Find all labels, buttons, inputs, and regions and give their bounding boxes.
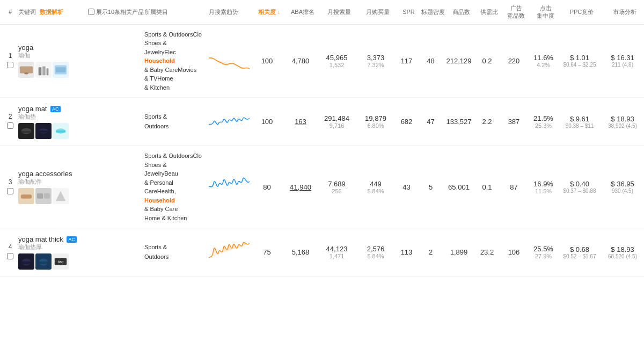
header-ad-products: 广告竞品数	[501, 4, 531, 20]
row-relevance: 100	[250, 57, 284, 65]
header-relevance[interactable]: 相关度 ↓	[252, 8, 287, 16]
svg-text:bag: bag	[58, 259, 64, 264]
product-images	[18, 62, 77, 78]
table-header: # 关键词 数据解析 展示10条相关产品 所属类目 月搜索趋势 相关度 ↓ AB…	[0, 0, 644, 25]
row-monthly-buy: 2,576 5.84%	[357, 245, 394, 259]
row-supply-ratio: 23.2	[475, 248, 499, 256]
product-images	[18, 188, 77, 204]
row-monthly-buy: 3,373 7.32%	[357, 54, 394, 68]
table-row: 4 yoga mat thick AC 瑜伽垫厚 bag	[0, 228, 644, 277]
row-ad-products: 106	[499, 248, 529, 256]
product-thumb	[53, 188, 69, 204]
main-table: # 关键词 数据解析 展示10条相关产品 所属类目 月搜索趋势 相关度 ↓ AB…	[0, 0, 644, 277]
row-click-concentration: 16.9% 11.5%	[529, 180, 558, 194]
row-ad-products: 220	[499, 57, 529, 65]
svg-rect-25	[44, 193, 50, 198]
row-checkbox[interactable]	[7, 122, 13, 129]
ac-badge: AC	[67, 236, 77, 243]
svg-rect-2	[39, 68, 42, 76]
header-supply-ratio: 供需比	[477, 8, 501, 16]
product-thumb	[18, 62, 34, 78]
svg-rect-13	[21, 131, 32, 133]
svg-rect-24	[37, 193, 43, 198]
product-thumb	[18, 123, 34, 139]
ac-badge: AC	[50, 106, 61, 112]
row-ppc: $ 0.40 $0.37 – $0.88	[558, 180, 601, 194]
row-aba: 5,168	[284, 248, 317, 256]
row-spr: 113	[394, 248, 419, 256]
show-products-checkbox[interactable]	[88, 9, 94, 15]
product-thumb	[35, 188, 52, 204]
row-num: 3	[2, 178, 18, 196]
row-ppc: $ 9.61 $0.38 – $11	[558, 115, 601, 129]
row-tag-density: 2	[419, 248, 443, 256]
product-thumb	[53, 123, 69, 139]
row-category: Sports & OutdoorsClo Shoes & JewelryElec…	[144, 30, 209, 92]
row-trend	[209, 239, 250, 266]
header-trend: 月搜索趋势	[209, 8, 252, 16]
product-thumb	[18, 253, 34, 270]
row-checkbox[interactable]	[7, 188, 13, 194]
svg-rect-4	[47, 69, 49, 76]
header-market: 市场分析	[603, 8, 644, 16]
product-images: bag	[18, 253, 77, 270]
row-checkbox[interactable]	[7, 62, 13, 68]
row-market: $ 16.31 211 (4.8)	[601, 54, 644, 68]
row-spr: 682	[394, 118, 419, 126]
row-market: $ 18.93 68,520 (4.5)	[601, 245, 644, 259]
row-product-count: 133,527	[443, 118, 475, 126]
row-tag-density: 47	[419, 118, 443, 126]
header-category: 所属类目	[144, 8, 209, 16]
row-market: $ 36.95 930 (4.5)	[601, 180, 644, 194]
row-checkbox[interactable]	[7, 253, 13, 259]
row-aba: 163	[284, 118, 317, 126]
row-click-concentration: 25.5% 27.9%	[529, 245, 558, 259]
row-ppc: $ 1.01 $0.64 – $2.25	[558, 54, 601, 68]
svg-point-1	[24, 73, 28, 75]
row-product-count: 1,899	[443, 248, 475, 256]
row-monthly-buy: 19,879 6.80%	[357, 114, 394, 129]
product-thumb	[35, 253, 52, 270]
row-supply-ratio: 0.2	[475, 57, 499, 65]
svg-rect-6	[56, 68, 66, 73]
row-keyword: yoga mat thick AC 瑜伽垫厚 bag	[18, 235, 77, 270]
product-thumb	[35, 62, 52, 78]
product-images	[18, 123, 77, 139]
svg-rect-17	[56, 130, 66, 133]
row-relevance: 80	[250, 183, 284, 191]
row-monthly-buy: 449 5.84%	[357, 180, 394, 194]
table-row: 2 yoga mat AC 瑜伽垫	[0, 98, 644, 146]
table-row: 1 yoga 瑜伽 Sports & OutdoorsC	[0, 25, 644, 98]
row-tag-density: 48	[419, 57, 443, 65]
product-thumb	[18, 188, 34, 204]
header-monthly-buy: 月购买量	[359, 8, 397, 16]
row-aba: 41,940	[284, 183, 317, 191]
row-category: Sports & Outdoors	[144, 112, 209, 131]
row-keyword: yoga accessories 瑜伽配件	[18, 170, 77, 204]
row-keyword: yoga 瑜伽	[18, 44, 77, 78]
header-tag-density: 标题密度	[421, 8, 445, 16]
row-click-concentration: 11.6% 4.2%	[529, 54, 558, 68]
header-show-products: 展示10条相关产品	[88, 8, 144, 16]
row-num: 1	[2, 52, 18, 70]
row-trend	[209, 108, 250, 135]
row-supply-ratio: 0.1	[475, 183, 499, 191]
row-relevance: 100	[250, 118, 284, 126]
row-monthly-search: 7,689 256	[317, 180, 357, 194]
header-aba: ABA排名	[287, 8, 319, 16]
row-product-count: 65,001	[443, 183, 475, 191]
header-ppc: PPC竞价	[560, 8, 603, 16]
svg-rect-34	[39, 262, 48, 264]
row-market: $ 18.93 38,902 (4.5)	[601, 115, 644, 129]
svg-rect-32	[22, 262, 31, 264]
row-spr: 117	[394, 57, 419, 65]
row-relevance: 75	[250, 248, 284, 256]
row-category: Sports & OutdoorsClo Shoes & JewelryBeau…	[144, 151, 209, 222]
header-monthly-search: 月搜索量	[319, 8, 359, 16]
row-ppc: $ 0.68 $0.52 – $1.67	[558, 245, 601, 259]
row-product-count: 212,129	[443, 57, 475, 65]
product-thumb	[53, 62, 69, 78]
row-trend	[209, 47, 250, 74]
row-tag-density: 5	[419, 183, 443, 191]
table-row: 3 yoga accessories 瑜伽配件 Sports & Ou	[0, 146, 644, 228]
